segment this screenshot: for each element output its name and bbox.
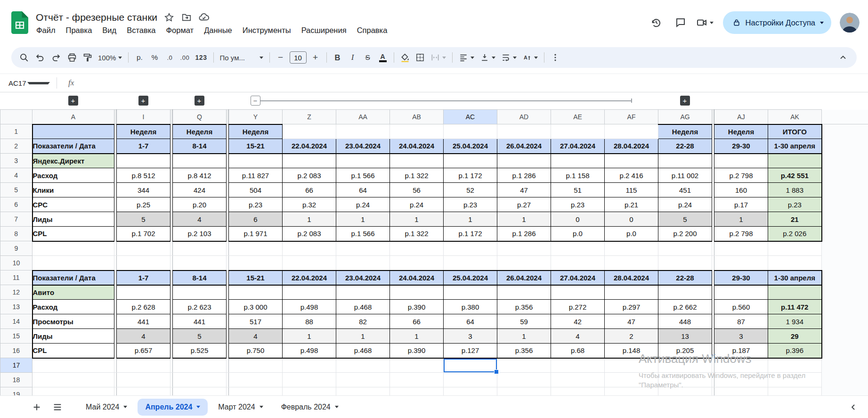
cell-Q14[interactable]: 441 <box>173 314 227 329</box>
cell-Y19[interactable] <box>229 387 283 396</box>
cell-AJ9[interactable] <box>714 241 768 256</box>
cell-AC17[interactable] <box>444 358 497 373</box>
user-avatar[interactable] <box>840 13 860 33</box>
cell-AC11[interactable]: 25.04.2024 <box>444 270 497 285</box>
cell-AE9[interactable] <box>551 241 605 256</box>
cell-AD18[interactable] <box>497 373 551 387</box>
cell-AB17[interactable] <box>390 358 444 373</box>
cell-Z16[interactable]: р.498 <box>283 344 336 358</box>
cell-AG9[interactable] <box>658 241 712 256</box>
bold-button[interactable]: B <box>330 49 345 66</box>
column-group-expand-button[interactable]: + <box>138 96 148 106</box>
cell-I13[interactable]: р.2 628 <box>117 300 170 314</box>
sheet-tab-menu-chevron[interactable] <box>260 406 263 408</box>
cell-AK9[interactable] <box>768 241 822 256</box>
cell-AJ17[interactable] <box>714 358 768 373</box>
cell-Z6[interactable]: р.32 <box>283 197 336 212</box>
cell-AK11[interactable]: 1-30 апреля <box>768 270 822 285</box>
cell-Q6[interactable]: р.20 <box>173 197 227 212</box>
cell-AA3[interactable] <box>336 154 390 168</box>
cell-I6[interactable]: р.25 <box>117 197 170 212</box>
column-header-AE[interactable]: AE <box>551 110 605 124</box>
version-history-icon[interactable] <box>645 11 667 34</box>
cell-A2[interactable]: Показатели / Дата <box>32 139 114 154</box>
menu-формат[interactable]: Формат <box>161 25 199 36</box>
cell-AE7[interactable]: 0 <box>551 212 605 227</box>
cell-AE2[interactable]: 27.04.2024 <box>551 139 605 154</box>
cell-Q13[interactable]: р.2 623 <box>173 300 227 314</box>
cell-AK8[interactable]: р.2 026 <box>768 227 822 241</box>
cell-AF8[interactable]: р.0 <box>605 227 658 241</box>
column-header-AC[interactable]: AC <box>444 110 497 124</box>
font-family-select[interactable]: По ум... <box>217 49 266 66</box>
cell-AE3[interactable] <box>551 154 605 168</box>
cell-AC13[interactable]: р.380 <box>444 300 497 314</box>
cell-AG13[interactable]: р.2 662 <box>658 300 712 314</box>
cell-Z15[interactable]: 1 <box>283 329 336 344</box>
sheet-tab-menu-chevron[interactable] <box>196 406 200 408</box>
cell-AK18[interactable] <box>768 373 822 387</box>
menu-расширения[interactable]: Расширения <box>296 25 352 36</box>
cell-A9[interactable] <box>32 241 114 256</box>
share-button[interactable]: Настройки Доступа <box>723 11 831 34</box>
cell-Z17[interactable] <box>283 358 336 373</box>
cell-A16[interactable]: CPL <box>32 344 114 358</box>
cell-AD3[interactable] <box>497 154 551 168</box>
cell-AK4[interactable]: р.42 551 <box>768 168 822 183</box>
cell-AG5[interactable]: 451 <box>658 183 712 197</box>
cell-AD15[interactable]: 1 <box>497 329 551 344</box>
cell-AF15[interactable]: 2 <box>605 329 658 344</box>
cell-Y3[interactable] <box>229 154 283 168</box>
column-header-A[interactable]: A <box>32 110 114 124</box>
sheet-tab-май-2024[interactable]: Май 2024 <box>78 399 135 416</box>
cell-I14[interactable]: 441 <box>117 314 170 329</box>
column-header-I[interactable]: I <box>117 110 170 124</box>
cell-A17[interactable] <box>32 358 114 373</box>
cell-AJ11[interactable]: 29-30 <box>714 270 768 285</box>
cell-A19[interactable] <box>32 387 114 396</box>
number-format-button[interactable]: 123 <box>192 49 210 66</box>
cell-AJ1[interactable]: Неделя <box>714 124 768 139</box>
cell-AB12[interactable] <box>390 285 444 300</box>
cell-AB14[interactable]: 66 <box>390 314 444 329</box>
cell-A18[interactable] <box>32 373 114 387</box>
menu-данные[interactable]: Данные <box>199 25 237 36</box>
move-folder-icon[interactable] <box>181 12 192 23</box>
cell-AK16[interactable]: р.396 <box>768 344 822 358</box>
cell-AK7[interactable]: 21 <box>768 212 822 227</box>
cell-AC15[interactable]: 3 <box>444 329 497 344</box>
cell-I4[interactable]: р.8 512 <box>117 168 170 183</box>
cell-AG4[interactable]: р.11 002 <box>658 168 712 183</box>
cell-AE12[interactable] <box>551 285 605 300</box>
menu-вставка[interactable]: Вставка <box>122 25 161 36</box>
cell-AE6[interactable]: р.23 <box>551 197 605 212</box>
cell-AB11[interactable]: 24.04.2024 <box>390 270 444 285</box>
increase-font-size-button[interactable]: + <box>308 49 323 66</box>
cell-Q18[interactable] <box>173 373 227 387</box>
column-header-AF[interactable]: AF <box>605 110 658 124</box>
cell-AC12[interactable] <box>444 285 497 300</box>
cell-AF7[interactable]: 0 <box>605 212 658 227</box>
cell-AD1[interactable] <box>497 124 551 139</box>
cell-Y5[interactable]: 504 <box>229 183 283 197</box>
cell-AF18[interactable] <box>605 373 658 387</box>
cell-AC10[interactable] <box>444 256 497 270</box>
cell-AA10[interactable] <box>336 256 390 270</box>
column-header-AK[interactable]: AK <box>768 110 822 124</box>
cell-AB13[interactable]: р.390 <box>390 300 444 314</box>
cell-AC5[interactable]: 52 <box>444 183 497 197</box>
more-options-icon[interactable] <box>548 49 563 66</box>
row-header-1[interactable]: 1 <box>0 124 32 139</box>
cell-Z8[interactable]: р.2 083 <box>283 227 336 241</box>
cell-AF5[interactable]: 115 <box>605 183 658 197</box>
add-sheet-button[interactable] <box>26 397 47 418</box>
cell-AA17[interactable] <box>336 358 390 373</box>
decrease-font-size-button[interactable]: − <box>273 49 288 66</box>
cell-AA5[interactable]: 64 <box>336 183 390 197</box>
collapse-toolbar-icon[interactable] <box>835 49 851 66</box>
redo-icon[interactable] <box>48 49 64 66</box>
text-color-button[interactable]: A <box>375 49 390 66</box>
zoom-select[interactable]: 100% <box>95 49 125 66</box>
cell-AB18[interactable] <box>390 373 444 387</box>
cell-AK15[interactable]: 29 <box>768 329 822 344</box>
